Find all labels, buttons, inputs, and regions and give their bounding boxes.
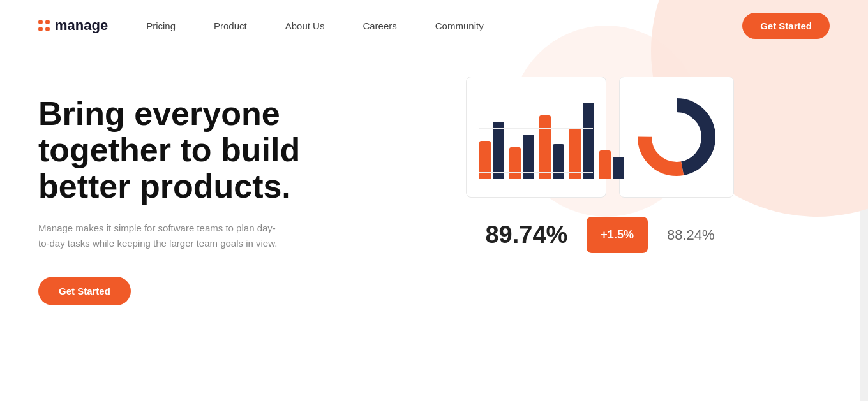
nav-get-started-button[interactable]: Get Started: [742, 13, 830, 39]
bar-group-4: [569, 103, 594, 179]
chart-line-1: [479, 84, 593, 84]
logo-dot-3: [38, 27, 43, 31]
logo-dot-1: [38, 20, 43, 24]
bar-group-5: [599, 150, 624, 179]
logo-dot-2: [45, 20, 50, 24]
bar-5-orange: [599, 150, 611, 179]
nav-link-about[interactable]: About Us: [285, 20, 325, 31]
logo-text: manage: [55, 17, 108, 34]
bar-1-orange: [479, 141, 491, 179]
bar-3-navy: [553, 144, 564, 179]
stats-row: 89.74% +1.5% 88.24%: [485, 217, 714, 253]
main-percent: 89.74%: [485, 221, 567, 249]
bar-chart-card: [466, 77, 606, 198]
logo-dots: [38, 20, 50, 31]
logo-dot-4: [45, 27, 50, 31]
stat-badge: +1.5%: [587, 217, 648, 253]
stat-secondary: 88.24%: [667, 227, 715, 244]
bar-2-navy: [523, 135, 534, 179]
charts-row: [466, 77, 734, 198]
bar-5-navy: [613, 157, 624, 179]
hero-section: Bring everyone together to build better …: [0, 51, 868, 305]
logo[interactable]: manage: [38, 17, 108, 34]
hero-left: Bring everyone together to build better …: [38, 70, 370, 305]
bar-2-orange: [509, 147, 521, 179]
nav-link-product[interactable]: Product: [214, 20, 247, 31]
donut-svg: [635, 96, 718, 179]
hero-title: Bring everyone together to build better …: [38, 96, 370, 205]
hero-subtitle: Manage makes it simple for software team…: [38, 221, 281, 251]
donut-center: [652, 113, 701, 161]
bar-3-orange: [539, 115, 551, 179]
hero-get-started-button[interactable]: Get Started: [38, 277, 131, 305]
bar-group-1: [479, 122, 504, 179]
hero-right: 89.74% +1.5% 88.24%: [370, 70, 830, 253]
bar-group-2: [509, 135, 534, 179]
donut-chart-card: [619, 77, 734, 198]
nav-link-careers[interactable]: Careers: [363, 20, 396, 31]
bar-4-navy: [583, 103, 594, 179]
bar-4-orange: [569, 128, 581, 179]
nav-links: Pricing Product About Us Careers Communi…: [146, 20, 742, 31]
bar-1-navy: [493, 122, 504, 179]
nav-link-community[interactable]: Community: [435, 20, 484, 31]
bar-chart-inner: [479, 90, 593, 179]
bar-group-3: [539, 115, 564, 179]
navbar: manage Pricing Product About Us Careers …: [0, 0, 868, 51]
nav-link-pricing[interactable]: Pricing: [146, 20, 176, 31]
